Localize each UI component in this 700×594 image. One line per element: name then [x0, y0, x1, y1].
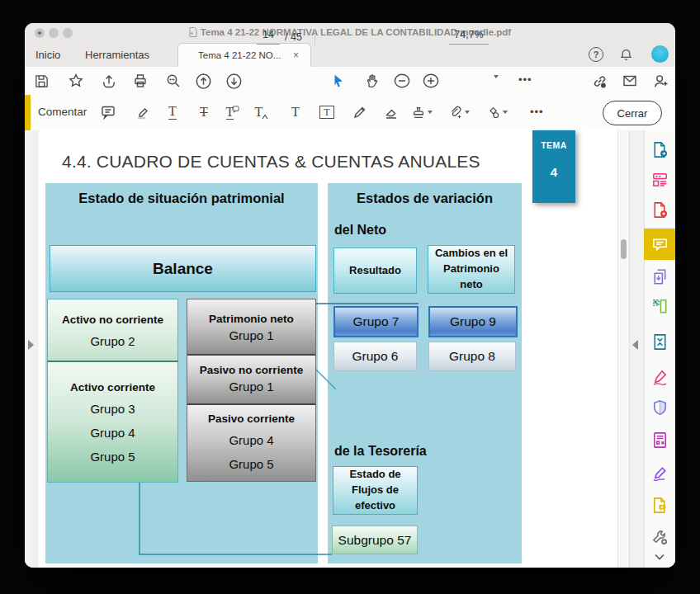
cambios-box: Cambios en el Patrimonio neto	[428, 245, 515, 294]
eraser-icon[interactable]	[381, 100, 402, 125]
fill-highlight-icon[interactable]	[644, 363, 675, 391]
shapes-icon[interactable]	[486, 100, 508, 125]
hand-tool-icon[interactable]	[361, 70, 382, 92]
save-icon[interactable]	[31, 70, 52, 92]
prepare-form-icon[interactable]	[644, 426, 675, 454]
resultado-box: Resultado	[333, 248, 417, 294]
active-tool-accent	[25, 95, 31, 130]
activo-corriente-box: Activo corriente Grupo 3 Grupo 4 Grupo 5	[47, 361, 178, 483]
email-icon[interactable]	[619, 70, 641, 92]
sticky-note-icon[interactable]	[97, 100, 119, 125]
protect-icon[interactable]	[644, 394, 675, 422]
close-comment-button[interactable]: Cerrar	[603, 101, 662, 125]
stamp-icon[interactable]	[411, 100, 433, 125]
replace-text-icon[interactable]: T	[222, 100, 244, 125]
add-text-icon[interactable]: T	[285, 100, 306, 125]
help-icon[interactable]: ?	[587, 45, 605, 64]
scrollbar-track[interactable]	[617, 130, 630, 568]
toolbar-divider	[315, 29, 315, 45]
search-icon[interactable]	[163, 70, 184, 92]
export-pdf-icon[interactable]	[644, 135, 675, 163]
highlight-icon[interactable]	[132, 100, 154, 125]
share-link-icon[interactable]	[589, 70, 610, 92]
underline-text-icon[interactable]: T	[162, 100, 183, 125]
insert-text-icon[interactable]: T	[251, 100, 272, 125]
balance-box: Balance	[50, 245, 316, 292]
compress-pdf-icon[interactable]	[644, 328, 675, 356]
zoom-caret-icon[interactable]	[494, 75, 499, 78]
grupo8-box: Grupo 8	[428, 342, 516, 371]
star-icon[interactable]	[65, 70, 87, 92]
close-tab-icon[interactable]: ×	[293, 50, 299, 61]
text-box-icon[interactable]: T	[316, 100, 338, 125]
flujos-box: Estado de Flujos de efectivo	[333, 466, 418, 515]
tab-home[interactable]: Inicio	[35, 49, 60, 61]
select-cursor-icon[interactable]	[328, 70, 349, 92]
sidebar-chevron-down-icon[interactable]	[644, 543, 675, 568]
more-options-icon[interactable]: •••	[518, 73, 532, 86]
draw-pencil-icon[interactable]	[349, 100, 371, 125]
window-title: Tema 4 21-22 NORMATIVA LEGAL DE LA CONTA…	[25, 27, 675, 39]
share-people-icon[interactable]	[650, 70, 671, 92]
pasivo-no-corriente-section: Pasivo no corriente Grupo 1	[187, 354, 315, 403]
title-bar: Tema 4 21-22 NORMATIVA LEGAL DE LA CONTA…	[25, 23, 675, 43]
zoom-in-icon[interactable]	[420, 70, 442, 92]
grupo7-box: Grupo 7	[333, 306, 419, 337]
tab-tools[interactable]: Herramientas	[85, 49, 149, 61]
create-pdf-icon[interactable]	[644, 196, 675, 224]
pdf-file-icon	[189, 27, 197, 39]
comment-toolbar: Comentar T T T T T T ••• Cerrar	[25, 95, 675, 131]
pasivo-column: Patrimonio neto Grupo 1 Pasivo no corrie…	[187, 299, 316, 482]
strikethrough-text-icon[interactable]: T	[193, 100, 215, 125]
edit-pdf-icon[interactable]	[644, 165, 675, 193]
tesoreria-label: de la Tesorería	[334, 444, 427, 459]
next-page-icon[interactable]	[223, 70, 244, 92]
combine-files-icon[interactable]	[644, 262, 675, 290]
notifications-bell-icon[interactable]	[617, 45, 635, 64]
attach-icon[interactable]	[448, 100, 470, 125]
pasivo-corriente-section: Pasivo corriente Grupo 4 Grupo 5	[187, 403, 315, 481]
grupo9-box: Grupo 9	[428, 306, 518, 337]
subgrupo57-box: Subgrupo 57	[332, 526, 418, 554]
page-total-label: / 45	[285, 31, 302, 43]
grupo6-box: Grupo 6	[333, 342, 417, 371]
avatar[interactable]	[651, 45, 669, 63]
zoom-level-dropdown[interactable]: 74,7%	[449, 29, 489, 45]
send-for-comments-icon[interactable]	[644, 491, 675, 519]
acrobat-window: Tema 4 21-22 NORMATIVA LEGAL DE LA CONTA…	[25, 23, 675, 568]
page-number-input[interactable]: 14	[257, 29, 280, 45]
comment-toolbar-label: Comentar	[38, 106, 87, 118]
main-toolbar	[25, 67, 675, 96]
tab-document[interactable]: Tema 4 21-22 NO... ×	[177, 43, 311, 68]
collapse-tools-panel-icon[interactable]	[632, 340, 638, 350]
organize-pages-icon[interactable]	[644, 292, 675, 320]
print-icon[interactable]	[130, 70, 151, 92]
patrimonio-neto-section: Patrimonio neto Grupo 1	[187, 299, 315, 354]
request-signatures-icon[interactable]	[644, 460, 675, 488]
share-upload-icon[interactable]	[98, 70, 120, 92]
previous-page-icon[interactable]	[192, 70, 214, 92]
scrollbar-thumb[interactable]	[621, 239, 627, 259]
del-neto-label: del Neto	[334, 223, 386, 238]
document-view: 4.4. CUADRO DE CUENTAS & CUENTAS ANUALES…	[25, 130, 675, 568]
comment-tool-icon[interactable]	[644, 229, 675, 260]
activo-no-corriente-box: Activo no corriente Grupo 2	[47, 299, 178, 362]
comment-more-icon[interactable]: •••	[530, 106, 544, 118]
zoom-out-icon[interactable]	[391, 70, 413, 92]
